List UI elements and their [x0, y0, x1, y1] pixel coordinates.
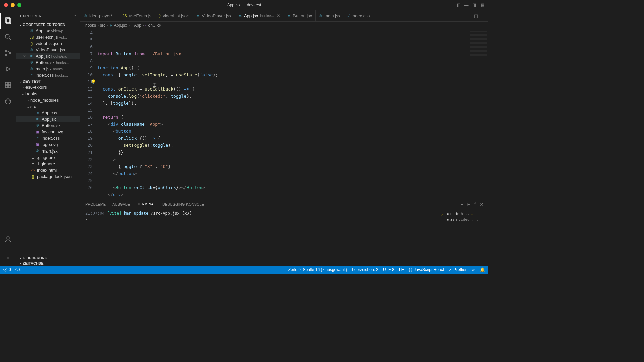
file-item[interactable]: #App.css [16, 110, 80, 116]
breadcrumb-segment[interactable]: ▫ onClick [145, 23, 161, 28]
terminal-body[interactable]: 21:07:04 [vite] hmr update /src/App.jsx … [80, 209, 488, 266]
terminal-icon: ▣ [447, 217, 449, 222]
close-panel-icon[interactable]: ✕ [480, 202, 484, 207]
editor-tab[interactable]: ⚛ideo-player/... [80, 10, 119, 21]
more-icon[interactable]: ⋯ [481, 13, 486, 18]
close-icon[interactable]: ✕ [23, 54, 29, 59]
status-eol[interactable]: LF [399, 267, 404, 272]
file-item[interactable]: <>index.html [16, 167, 80, 173]
open-editor-item[interactable]: ⚛App.jsxvideo-p... [16, 27, 80, 34]
file-item[interactable]: ⚛main.jsx [16, 148, 80, 154]
open-editor-item[interactable]: ⚛main.jsxhooks... [16, 66, 80, 72]
sidebar-more-icon[interactable]: ⋯ [72, 14, 76, 18]
status-errors[interactable]: ⓧ 0 [3, 267, 11, 273]
editor-tab[interactable]: #index.css [344, 10, 373, 21]
folder-item[interactable]: ›node_modules [16, 97, 80, 103]
file-item[interactable]: ⚛Button.jsx [16, 122, 80, 129]
file-item[interactable]: #index.css [16, 135, 80, 141]
panel-left-icon[interactable]: ◧ [455, 2, 461, 8]
warning-icon[interactable]: ⚠ [441, 212, 443, 217]
breadcrumb-separator: › [107, 23, 108, 28]
tab-label: App.jsx [244, 13, 258, 18]
file-name: useFetch.js [36, 35, 58, 40]
panel-bottom-icon[interactable]: ▬ [464, 2, 469, 8]
editor-tab[interactable]: ⚛VideoPlayer.jsx [193, 10, 235, 21]
main-layout: EXPLORER ⋯ ⌄ GEÖFFNETE EDITOREN ⚛App.jsx… [0, 10, 488, 266]
open-editor-item[interactable]: {}videoList.json [16, 40, 80, 47]
status-encoding[interactable]: UTF-8 [383, 267, 394, 272]
editor-tab[interactable]: ⚛main.jsx [316, 10, 344, 21]
terminal-output[interactable]: 21:07:04 [vite] hmr update /src/App.jsx … [85, 211, 441, 265]
react-icon: ⚛ [84, 14, 87, 18]
activity-settings[interactable] [0, 250, 16, 266]
close-icon[interactable]: ✕ [277, 13, 280, 18]
panel-tab[interactable]: PROBLEME [85, 202, 106, 206]
terminal-session[interactable]: ▣node h...⚠ [447, 211, 484, 217]
file-item[interactable]: {}package-lock.json [16, 173, 80, 180]
breadcrumb-segment[interactable]: hooks [85, 23, 96, 28]
timeline-section[interactable]: › ZEITACHSE [16, 261, 80, 266]
code-content[interactable]: ⌶ import Button from "./Button.jsx";func… [97, 29, 488, 199]
editor-tab[interactable]: {}videoList.json [155, 10, 193, 21]
breadcrumb-separator: › [143, 23, 144, 28]
editor-tab[interactable]: ⚛Button.jsx [284, 10, 316, 21]
open-editor-item[interactable]: ⚛VideoPlayer.jsx... [16, 47, 80, 53]
open-editor-item[interactable]: #index.csshooks... [16, 72, 80, 78]
layout-grid-icon[interactable]: ▦ [480, 2, 485, 8]
minimap[interactable] [468, 29, 488, 199]
terminal-session[interactable]: ▣zsh video-... [447, 217, 484, 222]
file-item[interactable]: ≡.gitignore [16, 154, 80, 161]
minimize-window[interactable] [11, 3, 15, 7]
open-editor-item[interactable]: ⚛Button.jsxhooks... [16, 59, 80, 66]
file-name: App.jsx [36, 28, 50, 33]
maximize-panel-icon[interactable]: ^ [474, 202, 476, 207]
status-spaces[interactable]: Leerzeichen: 2 [352, 267, 378, 272]
file-item[interactable]: ≡.hgignore [16, 161, 80, 167]
file-item[interactable]: ⚛App.jsx [16, 116, 80, 122]
panel-tab[interactable]: DEBUGGING-KONSOLE [162, 202, 204, 206]
file-item[interactable]: ▣favicon.svg [16, 129, 80, 135]
outline-section[interactable]: › GLIEDERUNG [16, 255, 80, 261]
open-editors-section[interactable]: ⌄ GEÖFFNETE EDITOREN [16, 22, 80, 27]
activity-debug[interactable] [0, 61, 16, 77]
status-prettier[interactable]: ✓ Prettier [449, 267, 467, 272]
activity-account[interactable] [0, 231, 16, 247]
activity-explorer[interactable] [0, 13, 16, 29]
status-feedback-icon[interactable]: ☺ [471, 267, 475, 272]
folder-item[interactable]: ›es6-exkurs [16, 84, 80, 90]
panel-tab[interactable]: TERMINAL [137, 202, 156, 207]
svg-point-14 [7, 257, 9, 259]
open-editor-item[interactable]: ✕⚛App.jsxhooks/src [16, 53, 80, 59]
status-bell-icon[interactable]: 🔔 [480, 267, 485, 272]
editor-tab[interactable]: JSuseFetch.js [119, 10, 155, 21]
breadcrumb-segment[interactable]: src [100, 23, 105, 28]
status-lang[interactable]: { } JavaScript React [409, 267, 444, 272]
breadcrumb-segment[interactable]: ⚛ App.jsx [109, 23, 127, 28]
terminal-tag: [vite] [107, 211, 121, 216]
tree-item-label: Button.jsx [42, 123, 61, 128]
project-section[interactable]: ⌄ DEV-TEST [16, 78, 80, 84]
editor-tab[interactable]: ⚛App.jsxhooks/...✕ [235, 10, 284, 21]
activity-scm[interactable] [0, 45, 16, 61]
breadcrumb-segment[interactable]: ▫ App [131, 23, 141, 28]
status-position[interactable]: Zeile 9, Spalte 16 (7 ausgewählt) [288, 267, 347, 272]
code-editor[interactable]: 4567891011121314151617181920212223242526… [80, 29, 488, 199]
file-item[interactable]: ▣logo.svg [16, 141, 80, 148]
activity-search[interactable] [0, 29, 16, 45]
new-terminal-icon[interactable]: + [461, 202, 463, 207]
breadcrumb[interactable]: hooks›src›⚛ App.jsx›▫ App›▫ onClick [80, 22, 488, 29]
folder-item[interactable]: ⌄src [16, 103, 80, 110]
status-warnings[interactable]: ⚠ 0 [14, 267, 22, 272]
activity-extensions[interactable] [0, 77, 16, 93]
open-editors-label: GEÖFFNETE EDITOREN [23, 23, 65, 27]
folder-item[interactable]: ⌄hooks [16, 90, 80, 97]
activity-edge[interactable] [0, 93, 16, 109]
close-window[interactable] [4, 3, 8, 7]
panel-tab[interactable]: AUSGABE [112, 202, 130, 206]
maximize-window[interactable] [17, 3, 21, 7]
panel-right-icon[interactable]: ◨ [472, 2, 477, 8]
split-terminal-icon[interactable]: ⊟ [467, 202, 471, 207]
file-hint: hooks/src [51, 54, 67, 58]
open-editor-item[interactable]: JSuseFetch.jsvid... [16, 34, 80, 40]
split-editor-icon[interactable]: ◫ [474, 13, 478, 18]
